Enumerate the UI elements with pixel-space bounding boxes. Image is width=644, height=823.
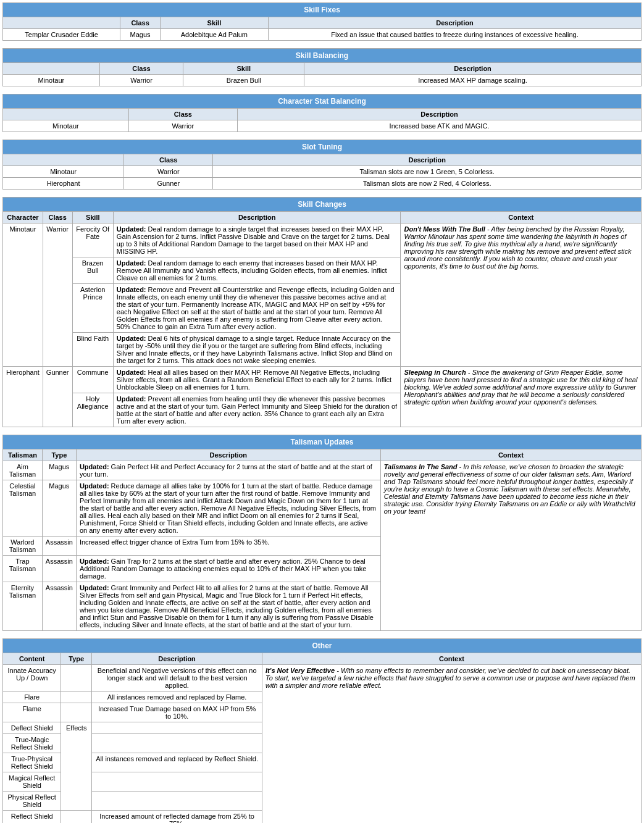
table-row: Aim Talisman Magus Updated: Gain Perfect… [3, 461, 642, 480]
skill-name: Brazen Bull [72, 257, 113, 284]
character-name: Hierophant [3, 178, 124, 190]
skill-description: Fixed an issue that caused battles to fr… [268, 29, 641, 41]
skill-balancing-header: Skill Balancing [3, 49, 642, 63]
content-type [61, 665, 92, 691]
hierophant-class: Gunner [43, 367, 72, 427]
col-character [3, 17, 120, 29]
col-character [3, 154, 124, 166]
talisman-name: Trap Talisman [3, 556, 43, 582]
other-context: It's Not Very Effective - With so many e… [262, 665, 642, 824]
talisman-type: Assassin [42, 582, 76, 631]
content-description: All instances removed and replaced by Re… [92, 753, 262, 772]
talisman-description: Updated: Reduce damage all allies take b… [76, 480, 380, 537]
table-row: Innate Accuracy Up / Down Beneficial and… [3, 665, 642, 691]
col-class: Class [99, 63, 183, 75]
content-name: Innate Accuracy Up / Down [3, 665, 61, 691]
skill-description: Updated: Prevent all enemies from healin… [113, 393, 401, 427]
skill-description: Updated: Deal 6 hits of physical damage … [113, 333, 401, 367]
slot-description: Talisman slots are now 2 Red, 4 Colorles… [213, 178, 642, 190]
col-type: Type [42, 449, 76, 461]
col-skill: Skill [160, 17, 268, 29]
character-class: Warrior [99, 75, 183, 86]
col-description: Description [238, 109, 642, 120]
talisman-updates-header: Talisman Updates [3, 435, 642, 449]
col-skill: Skill [72, 212, 113, 224]
skill-description: Updated: Remove and Prevent all Counters… [113, 284, 401, 333]
slot-tuning-header: Slot Tuning [3, 140, 642, 154]
talisman-name: Eternity Talisman [3, 582, 43, 631]
talisman-type: Assassin [42, 556, 76, 582]
col-content: Content [3, 653, 61, 665]
talisman-type: Magus [42, 480, 76, 537]
col-class: Class [124, 154, 213, 166]
skill-description: Updated: Deal random damage to a single … [113, 224, 401, 257]
col-description: Description [92, 653, 262, 665]
content-description: Increased amount of reflected damage fro… [92, 811, 262, 824]
table-row: Hierophant Gunner Talisman slots are now… [3, 178, 642, 190]
col-type: Type [61, 653, 92, 665]
content-description [92, 772, 262, 792]
table-row: Hierophant Gunner Commune Updated: Heal … [3, 367, 642, 393]
col-context: Context [380, 449, 641, 461]
content-description [92, 722, 262, 734]
skill-name: Brazen Bull [183, 75, 304, 86]
talisman-description: Increased effect trigger chance of Extra… [76, 537, 380, 556]
other-header: Other [3, 639, 642, 653]
content-name: Magical Reflect Shield [3, 772, 61, 792]
content-description: Increased True Damage based on MAX HP fr… [92, 703, 262, 722]
talisman-updates-table: Talisman Updates Talisman Type Descripti… [2, 435, 642, 631]
other-table: Other Content Type Description Context I… [2, 638, 642, 823]
content-name: Physical Reflect Shield [3, 792, 61, 811]
skill-name: Holy Allegiance [72, 393, 113, 427]
content-name: Reflect Shield [3, 811, 61, 824]
character-name: Minotaur [3, 120, 129, 132]
table-row: Minotaur Warrior Brazen Bull Increased M… [3, 75, 642, 86]
skill-changes-table: Skill Changes Character Class Skill Desc… [2, 197, 642, 427]
talisman-name: Aim Talisman [3, 461, 43, 480]
talisman-description: Updated: Gain Trap for 2 turns at the st… [76, 556, 380, 582]
content-type: Effects [61, 722, 92, 811]
col-class: Class [120, 17, 161, 29]
content-type [61, 703, 92, 722]
minotaur-class: Warrior [43, 224, 72, 367]
char-stat-header: Character Stat Balancing [3, 94, 642, 109]
col-class: Class [43, 212, 72, 224]
talisman-name: Celestial Talisman [3, 480, 43, 537]
col-context: Context [262, 653, 642, 665]
minotaur-name: Minotaur [3, 224, 43, 367]
hierophant-name: Hierophant [3, 367, 43, 427]
table-row: Templar Crusader Eddie Magus Adolebitque… [3, 29, 642, 41]
content-name: True-Magic Reflect Shield [3, 734, 61, 753]
hierophant-context: Sleeping in Church - Since the awakening… [401, 367, 642, 427]
table-row: Minotaur Warrior Talisman slots are now … [3, 166, 642, 178]
skill-description: Increased MAX HP damage scaling. [304, 75, 642, 86]
skill-description: Updated: Heal all allies based on their … [113, 367, 401, 393]
minotaur-context: Don't Mess With The Bull - After being b… [401, 224, 642, 367]
skill-name: Commune [72, 367, 113, 393]
character-name: Minotaur [3, 166, 124, 178]
col-talisman: Talisman [3, 449, 43, 461]
skill-name: Ferocity Of Fate [72, 224, 113, 257]
talisman-type: Magus [42, 461, 76, 480]
char-stat-table: Character Stat Balancing Class Descripti… [2, 94, 642, 132]
col-character: Character [3, 212, 43, 224]
content-description [92, 734, 262, 753]
talisman-type: Assassin [42, 537, 76, 556]
col-description: Description [76, 449, 380, 461]
character-class: Magus [120, 29, 161, 41]
talisman-name: Warlord Talisman [3, 537, 43, 556]
content-name: Deflect Shield [3, 722, 61, 734]
col-character [3, 109, 129, 120]
content-name: Flame [3, 703, 61, 722]
character-class: Warrior [124, 166, 213, 178]
skill-name: Asterion Prince [72, 284, 113, 333]
character-class: Gunner [124, 178, 213, 190]
slot-description: Talisman slots are now 1 Green, 5 Colorl… [213, 166, 642, 178]
table-row: Minotaur Warrior Increased base ATK and … [3, 120, 642, 132]
content-type [61, 811, 92, 824]
skill-name: Blind Faith [72, 333, 113, 367]
skill-name: Adolebitque Ad Palum [160, 29, 268, 41]
col-description: Description [304, 63, 642, 75]
table-row: Minotaur Warrior Ferocity Of Fate Update… [3, 224, 642, 257]
page: Skill Fixes Class Skill Description Temp… [0, 0, 644, 823]
